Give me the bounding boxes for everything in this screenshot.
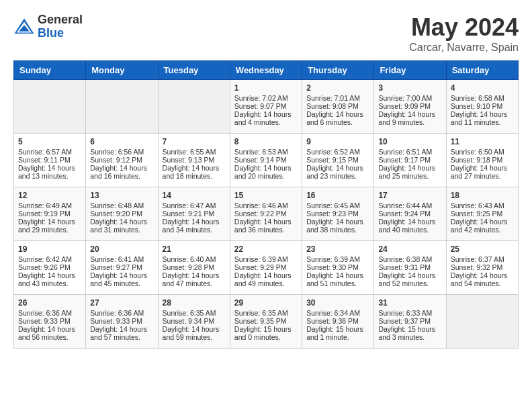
daylight-text: Daylight: 14 hours and 38 minutes. [306,218,369,234]
month-year-title: May 2024 [409,13,519,42]
table-row: 13Sunrise: 6:48 AMSunset: 9:20 PMDayligh… [86,187,158,241]
calendar-header-row: Sunday Monday Tuesday Wednesday Thursday… [14,61,519,80]
daylight-text: Daylight: 14 hours and 25 minutes. [378,164,441,180]
sunrise-text: Sunrise: 6:38 AM [378,255,441,263]
daylight-text: Daylight: 14 hours and 11 minutes. [451,110,514,126]
daylight-text: Daylight: 14 hours and 34 minutes. [163,218,226,234]
logo-icon [13,17,35,36]
col-monday: Monday [86,61,158,80]
sunset-text: Sunset: 9:30 PM [306,263,369,271]
sunrise-text: Sunrise: 6:43 AM [451,201,514,210]
sunrise-text: Sunrise: 6:41 AM [90,255,153,263]
logo-text: General Blue [38,13,83,40]
sunrise-text: Sunrise: 6:36 AM [90,309,153,317]
sunset-text: Sunset: 9:15 PM [306,156,369,164]
table-row: 8Sunrise: 6:53 AMSunset: 9:14 PMDaylight… [230,134,302,187]
daylight-text: Daylight: 14 hours and 40 minutes. [378,218,441,234]
table-row: 12Sunrise: 6:49 AMSunset: 9:19 PMDayligh… [14,187,86,241]
daylight-text: Daylight: 14 hours and 45 minutes. [90,271,153,287]
table-row: 7Sunrise: 6:55 AMSunset: 9:13 PMDaylight… [158,134,230,187]
day-number: 22 [234,244,298,254]
table-row: 11Sunrise: 6:50 AMSunset: 9:18 PMDayligh… [446,134,518,187]
page-header: General Blue May 2024 Carcar, Navarre, S… [13,13,519,54]
sunset-text: Sunset: 9:31 PM [378,263,441,271]
table-row [446,295,518,349]
calendar-week-row: 5Sunrise: 6:57 AMSunset: 9:11 PMDaylight… [14,134,519,187]
day-number: 17 [378,191,441,200]
sunrise-text: Sunrise: 6:33 AM [378,309,441,317]
sunrise-text: Sunrise: 6:53 AM [234,148,298,156]
sunrise-text: Sunrise: 6:39 AM [306,255,369,263]
daylight-text: Daylight: 14 hours and 23 minutes. [306,164,369,180]
daylight-text: Daylight: 14 hours and 20 minutes. [234,164,298,180]
daylight-text: Daylight: 14 hours and 27 minutes. [451,164,514,180]
day-number: 27 [90,298,153,308]
sunset-text: Sunset: 9:14 PM [234,156,298,164]
sunrise-text: Sunrise: 6:47 AM [163,201,226,210]
sunset-text: Sunset: 9:27 PM [90,263,153,271]
table-row: 1Sunrise: 7:02 AMSunset: 9:07 PMDaylight… [230,80,302,134]
calendar-week-row: 26Sunrise: 6:36 AMSunset: 9:33 PMDayligh… [14,295,519,349]
day-number: 6 [90,137,153,146]
table-row [158,80,230,134]
table-row: 17Sunrise: 6:44 AMSunset: 9:24 PMDayligh… [374,187,446,241]
sunset-text: Sunset: 9:21 PM [163,210,226,218]
daylight-text: Daylight: 14 hours and 4 minutes. [234,110,298,126]
day-number: 2 [306,83,369,93]
sunset-text: Sunset: 9:24 PM [378,210,441,218]
daylight-text: Daylight: 14 hours and 43 minutes. [18,271,81,287]
table-row [86,80,158,134]
daylight-text: Daylight: 14 hours and 9 minutes. [378,110,441,126]
sunrise-text: Sunrise: 6:34 AM [306,309,369,317]
day-number: 19 [18,244,81,254]
sunset-text: Sunset: 9:29 PM [234,263,298,271]
table-row: 4Sunrise: 6:58 AMSunset: 9:10 PMDaylight… [446,80,518,134]
table-row: 28Sunrise: 6:35 AMSunset: 9:34 PMDayligh… [158,295,230,349]
sunset-text: Sunset: 9:28 PM [163,263,226,271]
day-number: 26 [18,298,81,308]
day-number: 8 [234,137,298,146]
day-number: 31 [378,298,441,308]
day-number: 23 [306,244,369,254]
day-number: 5 [18,137,81,146]
sunset-text: Sunset: 9:17 PM [378,156,441,164]
logo-general-text: General [38,13,83,27]
sunrise-text: Sunrise: 6:56 AM [90,148,153,156]
logo: General Blue [13,13,83,40]
table-row: 22Sunrise: 6:39 AMSunset: 9:29 PMDayligh… [230,241,302,295]
daylight-text: Daylight: 14 hours and 51 minutes. [306,271,369,287]
table-row: 18Sunrise: 6:43 AMSunset: 9:25 PMDayligh… [446,187,518,241]
day-number: 28 [163,298,226,308]
sunrise-text: Sunrise: 7:00 AM [378,94,441,102]
col-sunday: Sunday [14,61,86,80]
table-row [14,80,86,134]
day-number: 18 [451,191,514,200]
day-number: 13 [90,191,153,200]
table-row: 29Sunrise: 6:35 AMSunset: 9:35 PMDayligh… [230,295,302,349]
sunrise-text: Sunrise: 6:48 AM [90,201,153,210]
daylight-text: Daylight: 14 hours and 57 minutes. [90,325,153,341]
sunset-text: Sunset: 9:19 PM [18,210,81,218]
day-number: 30 [306,298,369,308]
daylight-text: Daylight: 15 hours and 3 minutes. [378,325,441,341]
day-number: 12 [18,191,81,200]
table-row: 16Sunrise: 6:45 AMSunset: 9:23 PMDayligh… [302,187,374,241]
day-number: 29 [234,298,298,308]
table-row: 30Sunrise: 6:34 AMSunset: 9:36 PMDayligh… [302,295,374,349]
location-subtitle: Carcar, Navarre, Spain [409,42,519,54]
daylight-text: Daylight: 14 hours and 56 minutes. [18,325,81,341]
table-row: 31Sunrise: 6:33 AMSunset: 9:37 PMDayligh… [374,295,446,349]
sunset-text: Sunset: 9:10 PM [451,102,514,110]
title-block: May 2024 Carcar, Navarre, Spain [409,13,519,54]
sunrise-text: Sunrise: 6:35 AM [163,309,226,317]
sunset-text: Sunset: 9:26 PM [18,263,81,271]
daylight-text: Daylight: 14 hours and 49 minutes. [234,271,298,287]
day-number: 15 [234,191,298,200]
table-row: 24Sunrise: 6:38 AMSunset: 9:31 PMDayligh… [374,241,446,295]
table-row: 9Sunrise: 6:52 AMSunset: 9:15 PMDaylight… [302,134,374,187]
sunset-text: Sunset: 9:07 PM [234,102,298,110]
sunrise-text: Sunrise: 6:55 AM [163,148,226,156]
day-number: 21 [163,244,226,254]
table-row: 5Sunrise: 6:57 AMSunset: 9:11 PMDaylight… [14,134,86,187]
table-row: 27Sunrise: 6:36 AMSunset: 9:33 PMDayligh… [86,295,158,349]
